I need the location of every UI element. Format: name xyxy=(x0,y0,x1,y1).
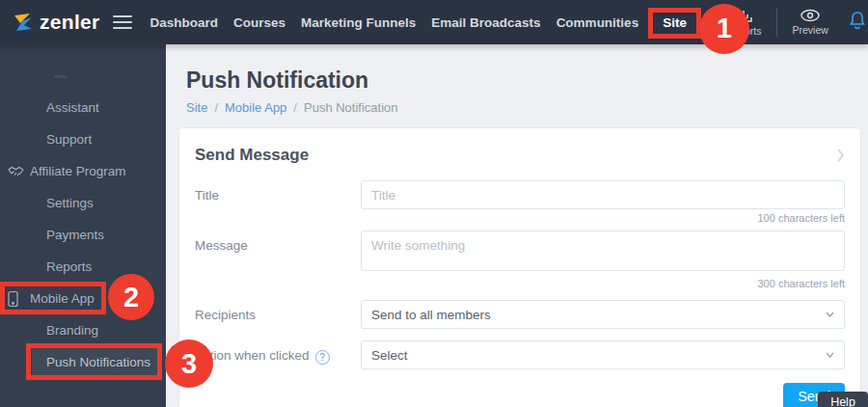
nav-item-marketing-funnels[interactable]: Marketing Funnels xyxy=(301,15,416,30)
sidebar-item-label: Assistant xyxy=(46,100,99,115)
breadcrumb-site[interactable]: Site xyxy=(186,100,207,115)
message-field-row: Message 300 characters left xyxy=(195,231,845,290)
recipients-control: Send to all members xyxy=(361,300,845,329)
nav-item-courses[interactable]: Courses xyxy=(233,15,285,30)
card-title: Send Message xyxy=(195,146,309,165)
chevron-down-icon xyxy=(826,352,834,358)
hamburger-menu-icon[interactable] xyxy=(113,15,132,29)
main-content: Push Notification Site / Mobile App / Pu… xyxy=(166,44,868,407)
sidebar: Assistant Support Affiliate Program Sett… xyxy=(0,44,166,407)
title-field-row: Title 100 characters left xyxy=(195,180,845,225)
sidebar-item-label: Mobile App xyxy=(30,291,95,306)
zenler-logo-icon xyxy=(12,11,35,34)
sidebar-item-payments[interactable]: Payments xyxy=(0,219,166,251)
sidebar-item-support[interactable]: Support xyxy=(0,123,166,155)
preview-button[interactable]: Preview xyxy=(785,9,835,36)
sidebar-item-label: Payments xyxy=(46,228,104,242)
action-field-row: Action when clicked ? Select xyxy=(195,340,845,369)
card-header: Send Message xyxy=(195,144,845,167)
breadcrumb-current: Push Notification xyxy=(304,100,398,115)
handshake-icon xyxy=(8,166,24,177)
reports-button[interactable]: Reports xyxy=(719,8,769,37)
help-button[interactable]: Help xyxy=(818,392,868,407)
send-message-card: Send Message Title 100 characters left M… xyxy=(178,127,861,407)
sidebar-item-label: Settings xyxy=(46,196,94,210)
nav-item-dashboard[interactable]: Dashboard xyxy=(150,15,219,30)
reports-label: Reports xyxy=(726,25,762,37)
nav-divider xyxy=(776,8,777,37)
bar-chart-icon xyxy=(734,8,753,23)
sidebar-menu: Assistant Support Affiliate Program Sett… xyxy=(0,92,166,378)
nav-item-communities[interactable]: Communities xyxy=(556,15,639,30)
sidebar-item-mobile-app[interactable]: Mobile App 2 xyxy=(0,283,166,314)
notifications-bell-icon[interactable] xyxy=(849,11,866,34)
preview-label: Preview xyxy=(792,24,827,36)
nav-item-partial[interactable]: L xyxy=(711,15,719,30)
recipients-field-row: Recipients Send to all members xyxy=(195,300,845,329)
sidebar-faded-item xyxy=(54,75,68,78)
mobile-icon xyxy=(8,290,18,307)
sidebar-item-settings[interactable]: Settings xyxy=(0,187,166,219)
message-label: Message xyxy=(195,231,361,290)
sidebar-item-label: Push Notifications xyxy=(46,355,150,369)
sidebar-item-label: Support xyxy=(46,132,92,147)
eye-icon xyxy=(800,9,821,22)
breadcrumb-mobile-app[interactable]: Mobile App xyxy=(225,100,286,115)
sidebar-item-push-notifications[interactable]: Push Notifications 3 xyxy=(0,346,166,378)
nav-item-email-broadcasts[interactable]: Email Broadcasts xyxy=(431,15,540,30)
breadcrumb-separator: / xyxy=(214,100,218,115)
sidebar-item-label: Reports xyxy=(46,259,92,274)
nav-right-tools: Reports Preview xyxy=(719,8,868,37)
brand-name: zenler xyxy=(40,11,100,34)
title-control: 100 characters left xyxy=(361,180,845,225)
page-title: Push Notification xyxy=(186,68,861,94)
action-select[interactable]: Select xyxy=(361,340,845,369)
chevron-right-icon[interactable] xyxy=(836,148,845,163)
action-selected-value: Select xyxy=(371,348,408,363)
chevron-down-icon xyxy=(826,312,834,317)
title-input[interactable] xyxy=(361,180,845,209)
action-control: Select xyxy=(361,340,845,369)
sidebar-item-affiliate-program[interactable]: Affiliate Program xyxy=(0,155,166,187)
main-nav: Dashboard Courses Marketing Funnels Emai… xyxy=(150,10,719,36)
message-textarea[interactable] xyxy=(361,231,845,271)
nav-item-site[interactable]: Site 1 xyxy=(654,10,695,36)
message-control: 300 characters left xyxy=(361,231,845,290)
title-label: Title xyxy=(195,180,361,225)
recipients-selected-value: Send to all members xyxy=(371,308,491,322)
sidebar-item-assistant[interactable]: Assistant xyxy=(0,92,166,123)
title-counter: 100 characters left xyxy=(361,212,845,225)
action-label: Action when clicked ? xyxy=(195,340,361,369)
action-label-text: Action when clicked xyxy=(195,348,310,363)
send-row: Send xyxy=(195,383,845,407)
sidebar-item-reports[interactable]: Reports xyxy=(0,251,166,283)
brand: zenler xyxy=(12,11,132,34)
recipients-label: Recipients xyxy=(195,300,361,329)
sidebar-item-branding[interactable]: Branding xyxy=(0,314,166,346)
sidebar-item-label: Affiliate Program xyxy=(30,164,126,178)
breadcrumb-separator: / xyxy=(293,100,297,115)
help-question-icon[interactable]: ? xyxy=(315,350,330,365)
top-nav: zenler Dashboard Courses Marketing Funne… xyxy=(0,0,868,44)
app-window: zenler Dashboard Courses Marketing Funne… xyxy=(0,0,868,407)
message-counter: 300 characters left xyxy=(361,278,845,290)
sidebar-item-label: Branding xyxy=(46,323,98,338)
recipients-select[interactable]: Send to all members xyxy=(361,300,845,329)
breadcrumb: Site / Mobile App / Push Notification xyxy=(186,100,861,115)
nav-item-site-label: Site xyxy=(663,15,687,30)
